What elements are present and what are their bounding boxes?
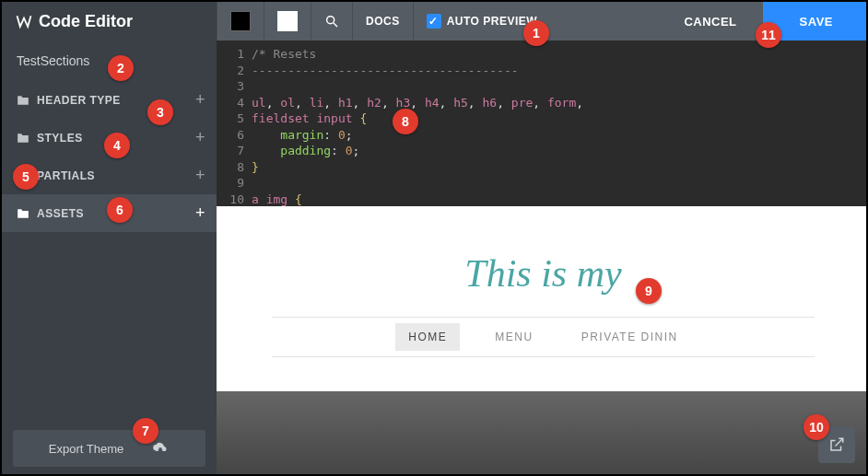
- folder-icon: [17, 208, 29, 219]
- sidebar-item-label: ASSETS: [37, 207, 84, 220]
- code-gutter: 12345678910111213: [217, 46, 252, 206]
- annotation-badge-6: 6: [107, 197, 133, 223]
- checkbox-checked-icon: ✓: [427, 14, 441, 29]
- preview-site-title: This is my: [464, 251, 621, 296]
- annotation-badge-8: 8: [393, 109, 418, 134]
- sidebar-item-header-type[interactable]: HEADER TYPE +: [2, 81, 217, 119]
- preview-nav-item[interactable]: MENU: [482, 323, 545, 351]
- sidebar: TestSections HEADER TYPE + STYLES + PART…: [2, 41, 217, 476]
- annotation-badge-5: 5: [13, 164, 39, 190]
- sidebar-item-label: STYLES: [37, 132, 83, 145]
- search-icon: [324, 14, 339, 29]
- preview-nav-item[interactable]: HOME: [395, 323, 460, 351]
- annotation-badge-7: 7: [133, 418, 158, 444]
- add-icon[interactable]: +: [195, 90, 205, 110]
- add-icon[interactable]: +: [195, 166, 205, 185]
- annotation-badge-3: 3: [147, 99, 173, 125]
- app-logo: Code Editor: [2, 2, 217, 41]
- search-button[interactable]: [311, 2, 352, 41]
- annotation-badge-9: 9: [636, 278, 662, 304]
- svg-point-0: [327, 17, 334, 24]
- preview-nav: HOMEMENUPRIVATE DININ: [272, 317, 815, 357]
- docs-button[interactable]: DOCS: [352, 2, 413, 41]
- svg-line-1: [334, 23, 337, 27]
- cancel-button[interactable]: CANCEL: [658, 2, 762, 41]
- sidebar-item-label: HEADER TYPE: [37, 94, 121, 107]
- annotation-badge-11: 11: [756, 22, 781, 48]
- app-title: Code Editor: [39, 12, 133, 31]
- export-theme-button[interactable]: Export Theme: [13, 430, 205, 467]
- annotation-badge-10: 10: [803, 414, 829, 440]
- color-swatch-dark[interactable]: [217, 2, 264, 41]
- sidebar-item-label: PARTIALS: [37, 169, 95, 182]
- annotation-badge-2: 2: [108, 55, 134, 81]
- folder-icon: [17, 133, 29, 144]
- annotation-badge-4: 4: [104, 133, 130, 158]
- preview-nav-item[interactable]: PRIVATE DININ: [569, 323, 691, 351]
- preview-hero-image: [217, 391, 868, 476]
- add-icon[interactable]: +: [195, 203, 205, 223]
- color-swatch-light[interactable]: [264, 2, 311, 41]
- add-icon[interactable]: +: [195, 128, 205, 147]
- preview-pane: This is my HOMEMENUPRIVATE DININ: [217, 206, 868, 476]
- app-logo-icon: [15, 12, 33, 30]
- annotation-badge-1: 1: [523, 20, 549, 46]
- code-editor[interactable]: 12345678910111213 /* Resets-------------…: [217, 41, 868, 206]
- cloud-download-icon: [151, 442, 170, 455]
- folder-icon: [17, 95, 29, 106]
- external-link-icon: [828, 436, 845, 453]
